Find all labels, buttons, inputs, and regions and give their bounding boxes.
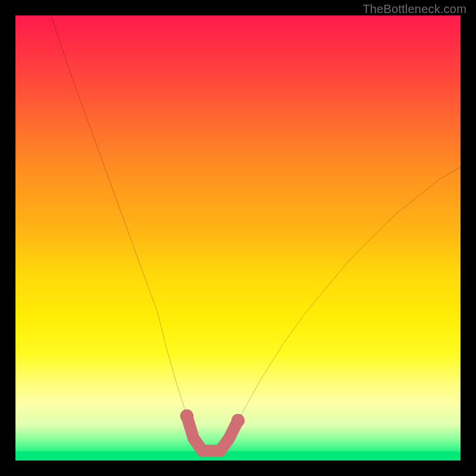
optimal-range-highlight — [187, 416, 238, 450]
watermark-text: TheBottleneck.com — [362, 2, 466, 16]
highlight-endpoint-dot — [180, 409, 193, 422]
plot-region — [15, 15, 461, 461]
chart-frame: TheBottleneck.com — [0, 0, 476, 476]
bottleneck-curve — [51, 15, 461, 451]
highlight-endpoint-dot — [231, 414, 245, 427]
curve-layer — [15, 15, 461, 461]
